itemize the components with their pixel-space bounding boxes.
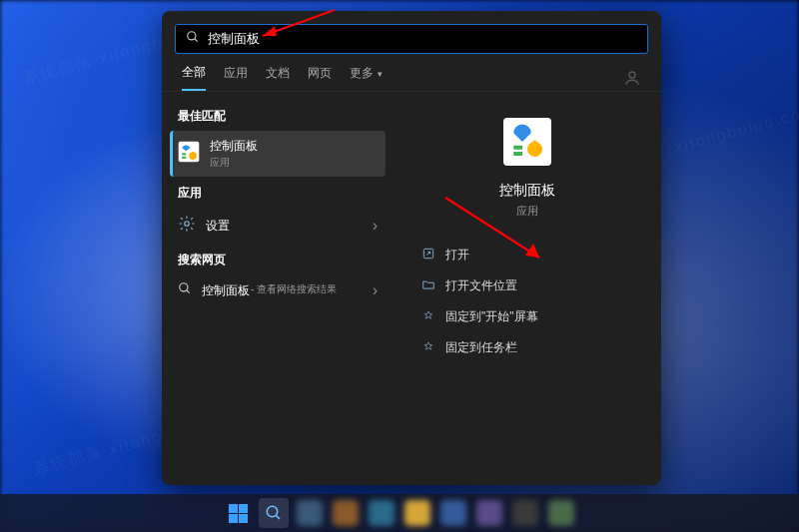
taskbar-app[interactable] [438, 498, 468, 528]
taskbar-app[interactable] [331, 498, 361, 528]
svg-rect-7 [192, 152, 194, 155]
search-tabs: 全部 应用 文档 网页 更多 ▾ [162, 54, 661, 92]
tab-apps[interactable]: 应用 [224, 65, 248, 90]
taskbar-search-button[interactable] [259, 498, 289, 528]
gear-icon [178, 215, 196, 237]
taskbar-app[interactable] [402, 498, 432, 528]
svg-point-9 [180, 283, 188, 291]
svg-rect-14 [533, 141, 536, 149]
section-apps: 应用 [170, 177, 386, 208]
tab-documents[interactable]: 文档 [266, 65, 290, 90]
detail-title: 控制面板 [499, 182, 555, 200]
result-subtitle: 应用 [210, 156, 258, 170]
result-control-panel[interactable]: 控制面板 应用 [170, 131, 386, 177]
svg-line-1 [195, 39, 198, 42]
taskbar-app[interactable] [474, 498, 504, 528]
detail-pane: 控制面板 应用 打开 打开文件位置 [394, 92, 661, 485]
result-title: 设置 [206, 218, 230, 235]
tab-all[interactable]: 全部 [182, 64, 206, 91]
folder-icon [421, 277, 435, 294]
svg-rect-11 [513, 146, 522, 150]
chevron-right-icon: › [373, 281, 378, 299]
account-icon[interactable] [623, 69, 641, 87]
svg-rect-3 [179, 142, 200, 163]
action-open-file-location[interactable]: 打开文件位置 [415, 271, 639, 300]
svg-line-21 [276, 515, 280, 519]
section-best-match: 最佳匹配 [170, 100, 386, 131]
taskbar-app[interactable] [546, 498, 576, 528]
control-panel-icon [178, 141, 200, 167]
svg-point-0 [188, 32, 196, 40]
chevron-down-icon: ▾ [378, 69, 383, 79]
svg-point-2 [629, 72, 635, 78]
result-title: 控制面板 [210, 138, 258, 155]
taskbar[interactable] [0, 494, 799, 532]
start-button[interactable] [223, 498, 253, 528]
action-label: 固定到"开始"屏幕 [445, 308, 538, 325]
results-column: 最佳匹配 控制面板 应用 应用 [162, 92, 394, 485]
search-icon [186, 30, 200, 48]
action-pin-to-taskbar[interactable]: 固定到任务栏 [415, 333, 639, 362]
pin-icon [421, 339, 435, 356]
section-web: 搜索网页 [170, 244, 386, 274]
result-suffix: - 查看网络搜索结果 [251, 282, 337, 299]
search-bar[interactable] [175, 24, 648, 54]
search-icon [178, 281, 192, 299]
windows-logo-icon [229, 504, 248, 523]
detail-subtitle: 应用 [516, 204, 538, 219]
result-web-search[interactable]: 控制面板 - 查看网络搜索结果 › [170, 274, 386, 306]
svg-line-10 [187, 290, 190, 293]
action-label: 打开文件位置 [445, 277, 517, 294]
svg-point-8 [185, 222, 190, 227]
result-settings[interactable]: 设置 › [170, 208, 386, 244]
action-label: 固定到任务栏 [445, 339, 517, 356]
search-input[interactable] [208, 32, 637, 47]
taskbar-app[interactable] [295, 498, 325, 528]
pin-icon [421, 308, 435, 325]
result-title: 控制面板 [202, 282, 250, 299]
taskbar-app[interactable] [367, 498, 397, 528]
action-pin-to-start[interactable]: 固定到"开始"屏幕 [415, 302, 639, 331]
action-open[interactable]: 打开 [415, 241, 639, 269]
action-label: 打开 [445, 247, 469, 264]
svg-rect-5 [182, 157, 186, 159]
tab-web[interactable]: 网页 [308, 65, 332, 90]
svg-rect-12 [513, 152, 522, 156]
search-window: 全部 应用 文档 网页 更多 ▾ 最佳匹配 [162, 11, 661, 485]
svg-rect-4 [182, 153, 186, 155]
taskbar-app[interactable] [510, 498, 540, 528]
svg-point-20 [267, 506, 278, 517]
control-panel-icon [503, 118, 551, 166]
chevron-right-icon: › [373, 217, 378, 235]
open-icon [421, 247, 435, 264]
tab-more[interactable]: 更多 ▾ [350, 65, 383, 90]
